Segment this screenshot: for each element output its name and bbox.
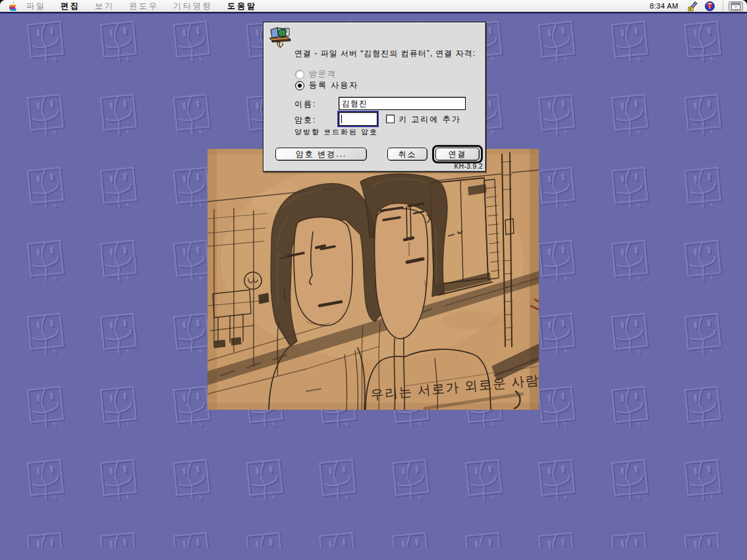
add-to-keychain-checkbox[interactable]: [386, 115, 395, 123]
menu-file: 파일: [26, 1, 46, 12]
change-password-button[interactable]: 암호 변경...: [275, 148, 367, 161]
password-label: 암호:: [294, 115, 316, 126]
password-input[interactable]: [339, 112, 377, 126]
menu-bar-shadow: [0, 13, 747, 14]
radio-registered-circle[interactable]: [295, 81, 304, 90]
encryption-note: 양방향 코드화된 암호: [294, 127, 378, 137]
radio-guest: 방문객: [295, 69, 337, 80]
menu-bar-right: 8:34 AM: [650, 0, 747, 12]
dialog-title: 연결 - 파일 서버 “김형진의 컴퓨터”, 연결 자격:: [294, 49, 482, 59]
menu-bar-separator: [723, 1, 723, 11]
app-switcher-icon[interactable]: [729, 1, 743, 11]
menu-special: 기타명령: [173, 1, 213, 12]
menu-help[interactable]: 도움말: [227, 1, 257, 12]
menu-bar: 파일 편집 보기 윈도우 기타명령 도움말 8:34 AM: [0, 0, 747, 13]
client-version: KH-3.9.2: [455, 163, 483, 170]
menu-edit[interactable]: 편집: [61, 1, 80, 12]
apple-menu-icon[interactable]: [8, 1, 17, 11]
menu-window: 윈도우: [129, 1, 159, 12]
input-method-pencil-icon[interactable]: [688, 1, 698, 11]
menu-view: 보기: [95, 1, 115, 12]
menu-bar-clock[interactable]: 8:34 AM: [650, 2, 678, 10]
add-to-keychain-label: 키 고리에 추가: [399, 114, 461, 125]
radio-guest-circle: [295, 70, 304, 79]
name-label: 이름:: [294, 99, 316, 110]
radio-registered-user[interactable]: 등록 사용자: [295, 80, 358, 91]
name-input[interactable]: [339, 97, 466, 110]
connect-button[interactable]: 연결: [435, 148, 480, 161]
application-menu-icon[interactable]: [705, 1, 715, 11]
desktop-artwork-sketch: 우리는 서로가 외로운 사람들: [208, 149, 539, 410]
text-caret: [341, 115, 342, 123]
appleshare-file-server-icon: [268, 26, 293, 51]
cancel-button[interactable]: 취소: [387, 148, 428, 161]
connect-to-server-dialog: 연결 - 파일 서버 “김형진의 컴퓨터”, 연결 자격: 방문객 등록 사용자…: [263, 22, 486, 172]
